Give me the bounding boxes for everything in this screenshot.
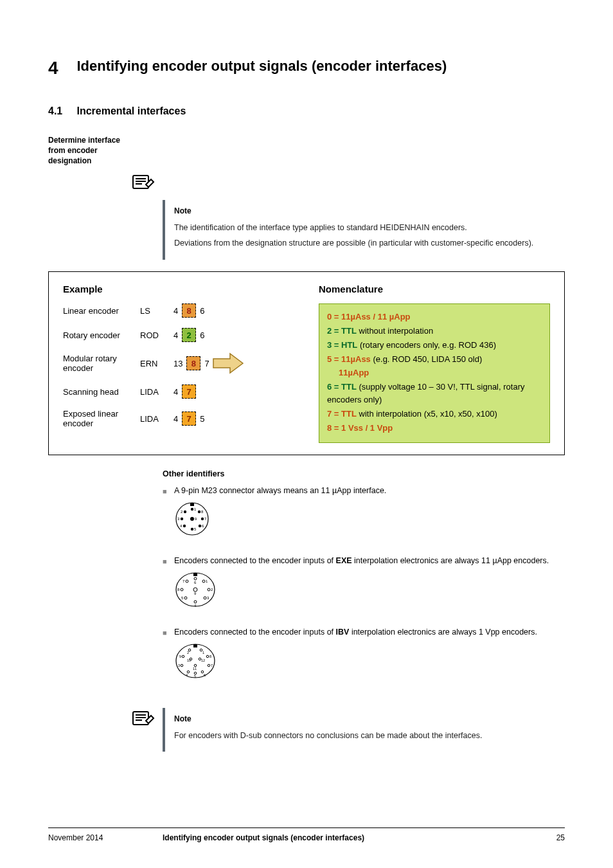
nom-text: (e.g. ROD 450, LIDA 150 old) bbox=[371, 354, 482, 364]
nom-key-2: 2 = TTL bbox=[327, 326, 357, 336]
svg-text:3: 3 bbox=[177, 517, 180, 521]
svg-rect-1 bbox=[136, 178, 146, 179]
digit-highlighted: 7 bbox=[182, 411, 196, 426]
digit-highlighted: 2 bbox=[182, 328, 196, 342]
svg-text:5: 5 bbox=[194, 527, 197, 531]
svg-text:6: 6 bbox=[194, 581, 197, 584]
svg-rect-73 bbox=[136, 719, 142, 721]
svg-point-40 bbox=[186, 580, 188, 583]
svg-point-14 bbox=[191, 528, 193, 530]
svg-text:6: 6 bbox=[204, 673, 206, 677]
footer-date: November 2014 bbox=[48, 833, 163, 842]
svg-point-6 bbox=[191, 508, 193, 511]
digit: 4 bbox=[173, 330, 178, 340]
bullet-icon: ■ bbox=[163, 486, 170, 497]
bullet-block: ■A 9-pin M23 connector always means an 1… bbox=[163, 485, 565, 546]
svg-text:8: 8 bbox=[209, 655, 211, 658]
svg-point-18 bbox=[181, 518, 183, 520]
svg-rect-72 bbox=[136, 717, 146, 718]
svg-text:9: 9 bbox=[179, 655, 181, 658]
note-para: Deviations from the designation structur… bbox=[174, 237, 556, 249]
encoder-type: Scanning head bbox=[63, 387, 140, 397]
svg-text:5: 5 bbox=[194, 674, 196, 678]
svg-text:10: 10 bbox=[187, 658, 191, 662]
svg-point-20 bbox=[184, 511, 186, 513]
encoder-code: ROD bbox=[140, 330, 173, 340]
svg-text:1: 1 bbox=[194, 507, 197, 511]
svg-text:7: 7 bbox=[204, 517, 207, 521]
bullet-block: ■Encoders connected to the encoder input… bbox=[163, 626, 565, 689]
note-para: For encoders with D-sub connectors no co… bbox=[174, 730, 556, 742]
note-body: For encoders with D-sub connectors no co… bbox=[174, 730, 556, 742]
encoder-code: LIDA bbox=[140, 387, 173, 397]
example-heading: Example bbox=[63, 284, 301, 294]
note-heading: Note bbox=[174, 714, 556, 723]
encoder-type: Linear encoder bbox=[63, 306, 140, 316]
note-block-1: Note The identification of the interface… bbox=[163, 200, 565, 260]
svg-text:11: 11 bbox=[193, 667, 197, 671]
footer-title: Identifying encoder output signals (enco… bbox=[163, 833, 539, 842]
svg-point-10 bbox=[201, 518, 204, 520]
note-block-2: Note For encoders with D-sub connectors … bbox=[163, 708, 565, 752]
note-body: The identification of the interface type… bbox=[174, 222, 556, 250]
nom-text: (supply voltage 10 – 30 V!, TTL signal, … bbox=[327, 382, 524, 404]
svg-text:1: 1 bbox=[202, 651, 204, 655]
svg-point-22 bbox=[190, 517, 194, 521]
svg-point-24 bbox=[176, 573, 215, 606]
nom-key-0: 0 = 11µAss / 11 µApp bbox=[327, 312, 411, 321]
svg-text:2: 2 bbox=[211, 588, 213, 592]
svg-text:8: 8 bbox=[177, 588, 180, 592]
encoder-code: LS bbox=[140, 306, 173, 316]
nomenclature-box: 0 = 11µAss / 11 µApp 2 = TTL without int… bbox=[319, 303, 550, 443]
nom-text: without interpolation bbox=[357, 326, 433, 336]
svg-text:7: 7 bbox=[211, 664, 213, 667]
encoder-code: LIDA bbox=[140, 414, 173, 424]
section-header: 4.1 Incremental interfaces bbox=[48, 78, 565, 117]
example-row: Modular rotary encoder ERN 13 8 7 bbox=[63, 352, 301, 374]
connector-exe-icon: 6 1 2 3 4 5 8 7 9 bbox=[174, 571, 217, 608]
connector-9pin-icon: 1 8 7 6 5 4 3 2 9 bbox=[174, 501, 210, 537]
bullet-icon: ■ bbox=[163, 628, 170, 638]
svg-text:12: 12 bbox=[201, 658, 205, 662]
svg-rect-2 bbox=[136, 181, 146, 182]
svg-point-26 bbox=[194, 577, 197, 580]
digit-highlighted: 8 bbox=[186, 356, 200, 370]
svg-text:4: 4 bbox=[180, 524, 182, 528]
nom-key-3: 3 = HTL bbox=[327, 340, 357, 350]
svg-text:3: 3 bbox=[207, 596, 209, 600]
nom-key-7: 7 = TTL bbox=[327, 409, 357, 419]
encoder-type: Modular rotary encoder bbox=[63, 354, 140, 373]
svg-point-52 bbox=[206, 655, 209, 658]
svg-text:9: 9 bbox=[194, 592, 197, 595]
svg-rect-3 bbox=[136, 183, 142, 185]
bullet-block: ■Encoders connected to the encoder input… bbox=[163, 555, 565, 617]
bullet-text: Encoders connected to the encoder inputs… bbox=[174, 626, 565, 638]
encoder-type: Rotary encoder bbox=[63, 330, 140, 340]
svg-point-50 bbox=[182, 655, 184, 658]
svg-rect-5 bbox=[190, 503, 194, 506]
example-diagram: Example Linear encoder LS 4 8 6 Rotary e… bbox=[48, 271, 565, 455]
nom-key-8: 8 = 1 Vss / 1 Vpp bbox=[327, 423, 393, 433]
bullet-text: A 9-pin M23 connector always means an 11… bbox=[174, 485, 565, 497]
svg-point-32 bbox=[204, 597, 206, 599]
example-row: Scanning head LIDA 4 7 bbox=[63, 384, 301, 399]
svg-point-44 bbox=[176, 644, 215, 678]
chapter-title: Identifying encoder output signals (enco… bbox=[76, 58, 447, 75]
section-number: 4.1 bbox=[48, 105, 74, 117]
svg-point-30 bbox=[208, 588, 210, 591]
svg-text:2: 2 bbox=[187, 651, 189, 655]
svg-text:9: 9 bbox=[195, 517, 197, 521]
encoder-type: Exposed linear encoder bbox=[63, 409, 140, 428]
page-footer: November 2014 Identifying encoder output… bbox=[48, 827, 565, 842]
svg-text:2: 2 bbox=[181, 510, 183, 514]
nom-key-5: 5 = 11µAss bbox=[327, 354, 371, 364]
nom-text: with interpolation (x5, x10, x50, x100) bbox=[357, 409, 497, 419]
svg-point-8 bbox=[198, 511, 200, 513]
digit: 4 bbox=[173, 306, 178, 316]
nomenclature-heading: Nomenclature bbox=[319, 284, 550, 294]
digit: 4 bbox=[173, 387, 178, 397]
svg-text:1: 1 bbox=[206, 579, 208, 583]
margin-label: Determine interface from encoder designa… bbox=[48, 135, 138, 167]
digit: 4 bbox=[173, 414, 178, 424]
digit: 13 bbox=[173, 359, 182, 368]
